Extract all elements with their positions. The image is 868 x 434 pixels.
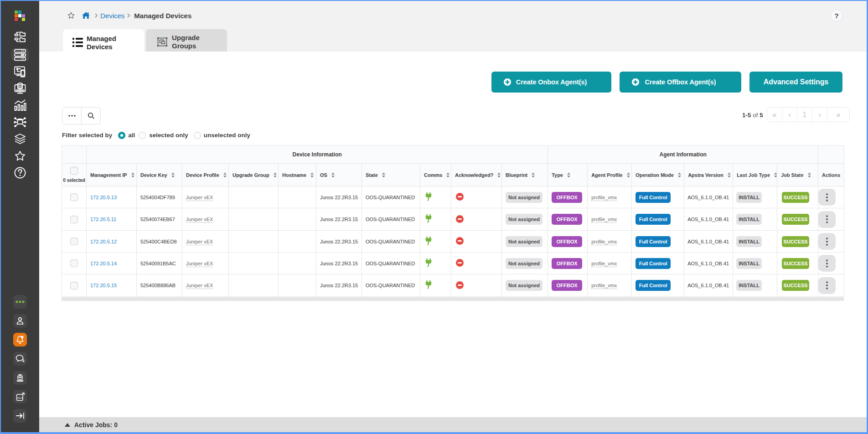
svg-text:DCA: DCA [17, 396, 23, 399]
